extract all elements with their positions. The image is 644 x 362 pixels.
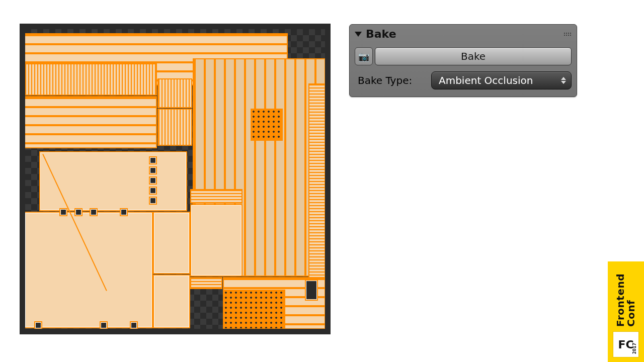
badge-logo: FC 2017: [613, 332, 638, 357]
frontendconf-badge: Frontend Conf FC 2017: [608, 261, 644, 362]
bake-type-value: Ambient Occlusion: [439, 74, 533, 86]
uv-island: [158, 110, 191, 145]
bake-panel-body: 📷 Bake Bake Type: Ambient Occlusion: [350, 43, 577, 97]
uv-island: [154, 276, 189, 327]
uv-notch: [150, 177, 156, 184]
uv-notch: [60, 209, 66, 215]
drag-grip-icon[interactable]: [564, 32, 572, 36]
disclosure-triangle-icon: [355, 32, 362, 37]
badge-logo-text: FC: [618, 338, 633, 351]
uv-island: [191, 205, 242, 276]
uv-canvas[interactable]: [25, 29, 325, 329]
bake-panel-header[interactable]: Bake: [350, 25, 577, 43]
bake-panel: Bake 📷 Bake Bake Type: Ambient Occlusion: [349, 24, 577, 97]
uv-notch: [35, 322, 41, 328]
updown-arrows-icon: [560, 76, 567, 85]
uv-island: [309, 84, 325, 301]
bake-button-label: Bake: [461, 50, 486, 62]
uv-island: [191, 278, 221, 288]
uv-island: [224, 291, 284, 328]
bake-button[interactable]: Bake: [375, 47, 572, 65]
uv-island: [158, 79, 191, 107]
uv-notch: [75, 209, 82, 215]
uv-island: [154, 213, 189, 273]
camera-icon: 📷: [358, 51, 369, 62]
uv-island: [306, 281, 317, 300]
uv-island: [25, 97, 156, 147]
uv-island: [191, 190, 242, 203]
uv-notch: [150, 188, 156, 194]
bake-type-dropdown[interactable]: Ambient Occlusion: [431, 71, 572, 89]
badge-year: 2017: [632, 343, 637, 354]
panel-title: Bake: [366, 28, 396, 40]
uv-notch: [131, 322, 137, 328]
uv-island: [40, 152, 186, 210]
uv-notch: [101, 322, 107, 328]
uv-island: [252, 110, 282, 140]
uv-notch: [150, 198, 156, 204]
badge-brand: Frontend Conf: [615, 274, 636, 327]
uv-notch: [91, 209, 97, 215]
uv-island: [25, 64, 156, 95]
uv-island: [25, 213, 152, 327]
badge-brand-line2: Conf: [625, 300, 637, 327]
render-image-icon[interactable]: 📷: [355, 47, 373, 65]
uv-notch: [121, 209, 127, 215]
bake-type-label: Bake Type:: [355, 74, 425, 86]
uv-editor-viewport[interactable]: [20, 24, 331, 334]
uv-notch: [150, 167, 156, 173]
uv-notch: [150, 157, 156, 163]
